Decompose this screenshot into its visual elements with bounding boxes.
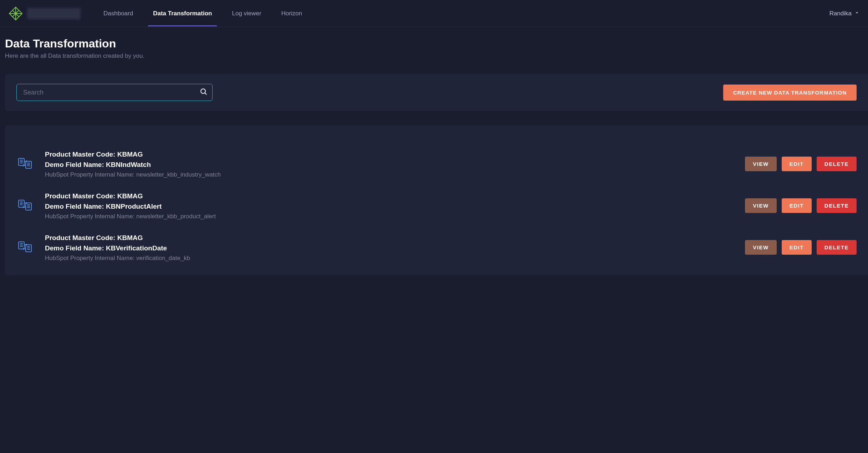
list-item: Product Master Code: KBMAG Demo Field Na…	[16, 185, 857, 226]
create-new-button[interactable]: CREATE NEW DATA TRANSFORMATION	[723, 85, 857, 101]
item-field-name: Demo Field Name: KBNProductAlert	[45, 202, 734, 212]
navbar: Dashboard Data Transformation Log viewer…	[0, 0, 868, 27]
edit-button[interactable]: EDIT	[782, 157, 812, 171]
edit-button[interactable]: EDIT	[782, 240, 812, 255]
nav-links: Dashboard Data Transformation Log viewer…	[95, 1, 311, 26]
edit-button[interactable]: EDIT	[782, 198, 812, 213]
view-button[interactable]: VIEW	[745, 157, 776, 171]
item-info: Product Master Code: KBMAG Demo Field Na…	[45, 191, 734, 220]
nav-link-horizon[interactable]: Horizon	[273, 1, 311, 26]
item-actions: VIEW EDIT DELETE	[745, 198, 857, 213]
page-subtitle: Here are the all Data transformation cre…	[5, 52, 859, 60]
svg-line-1	[205, 93, 206, 95]
nav-link-log-viewer[interactable]: Log viewer	[223, 1, 270, 26]
delete-button[interactable]: DELETE	[817, 240, 857, 255]
item-field-name: Demo Field Name: KBNIndWatch	[45, 160, 734, 170]
data-transfer-icon	[16, 155, 34, 173]
item-product-code: Product Master Code: KBMAG	[45, 149, 734, 160]
search-input[interactable]	[16, 84, 213, 101]
nav-link-data-transformation[interactable]: Data Transformation	[144, 1, 220, 26]
item-field-name: Demo Field Name: KBVerificationDate	[45, 243, 734, 254]
item-actions: VIEW EDIT DELETE	[745, 240, 857, 255]
item-product-code: Product Master Code: KBMAG	[45, 191, 734, 202]
logo-area[interactable]	[9, 6, 81, 21]
view-button[interactable]: VIEW	[745, 240, 776, 255]
item-hubspot-name: HubSpot Property Internal Name: newslett…	[45, 213, 734, 220]
user-menu[interactable]: Randika	[829, 10, 859, 17]
list-item: Product Master Code: KBMAG Demo Field Na…	[16, 226, 857, 268]
item-hubspot-name: HubSpot Property Internal Name: verifica…	[45, 255, 734, 262]
view-button[interactable]: VIEW	[745, 198, 776, 213]
brand-logo-icon	[9, 6, 23, 21]
transformation-list: Product Master Code: KBMAG Demo Field Na…	[5, 125, 868, 275]
data-transfer-icon	[16, 238, 34, 257]
data-transfer-icon	[16, 197, 34, 215]
item-info: Product Master Code: KBMAG Demo Field Na…	[45, 149, 734, 178]
delete-button[interactable]: DELETE	[817, 157, 857, 171]
brand-text-obscured	[27, 8, 81, 19]
list-item: Product Master Code: KBMAG Demo Field Na…	[16, 143, 857, 185]
page-header: Data Transformation Here are the all Dat…	[0, 27, 868, 74]
delete-button[interactable]: DELETE	[817, 198, 857, 213]
user-name: Randika	[829, 10, 852, 17]
search-icon	[200, 88, 208, 97]
nav-link-dashboard[interactable]: Dashboard	[95, 1, 142, 26]
item-product-code: Product Master Code: KBMAG	[45, 233, 734, 243]
item-actions: VIEW EDIT DELETE	[745, 157, 857, 171]
search-section: CREATE NEW DATA TRANSFORMATION	[5, 74, 868, 111]
item-info: Product Master Code: KBMAG Demo Field Na…	[45, 233, 734, 262]
page-title: Data Transformation	[5, 37, 859, 50]
item-hubspot-name: HubSpot Property Internal Name: newslett…	[45, 171, 734, 178]
chevron-down-icon	[854, 10, 859, 17]
search-wrapper	[16, 84, 213, 101]
